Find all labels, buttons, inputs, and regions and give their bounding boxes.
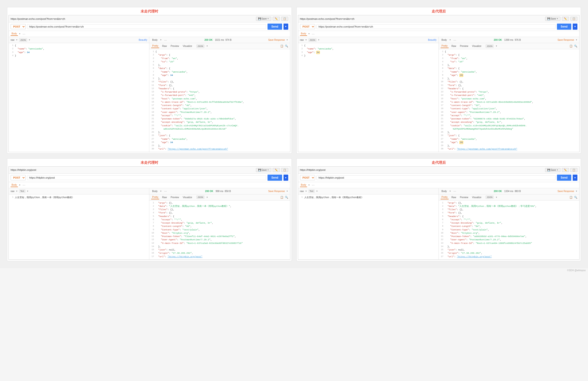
send-button-bottom-left[interactable]: Send <box>268 175 282 181</box>
save-button-bottom-right[interactable]: 💾 Save ▼ <box>545 168 560 172</box>
url-input-top-left[interactable]: https://postman-echo.com/post?from=en&to… <box>27 24 266 29</box>
raw-tab-right-bl[interactable]: Raw <box>161 196 168 199</box>
method-select-bottom-left[interactable]: POST <box>11 175 26 180</box>
pretty-tab-br[interactable]: Pretty <box>441 195 449 199</box>
pretty-tab-tr[interactable]: Pretty <box>441 44 449 48</box>
body-tab-right-tl[interactable]: Body <box>151 38 158 42</box>
address-url-bottom-right: https://httpbin.org/post <box>300 168 544 171</box>
postman-window-top-left: https://postman-echo.com/post?from=en&to… <box>8 15 290 152</box>
save-response-tl[interactable]: Save Response <box>268 39 285 41</box>
copy-icon-bl-r[interactable]: 📋 <box>280 196 284 199</box>
body-tab-bottom-right[interactable]: Body <box>300 183 307 187</box>
body-tab-bottom-left[interactable]: Body <box>11 183 18 187</box>
text-badge-left-bl[interactable]: Text <box>19 189 25 193</box>
send-dropdown-bottom-left[interactable]: ▼ <box>284 175 288 181</box>
address-bar-top-right: https://postman-echo.com/post?from=en&to… <box>298 15 580 22</box>
address-url-bottom-left: https://httpbin.org/post <box>11 168 254 171</box>
method-select-top-right[interactable]: POST <box>300 24 315 29</box>
visualize-tab-tl[interactable]: Visualize <box>182 44 193 48</box>
response-code-top-right: 1{ 2 "args": { 3 "from": "en", 4 "to": "… <box>439 49 579 152</box>
preview-tab-br[interactable]: Preview <box>459 196 469 199</box>
right-pane-header-top-right: Body ▼ ··· 200 OK 1390 ms 976 B Save Res… <box>439 37 579 43</box>
search-icon-br-r[interactable]: 🔍 <box>574 196 577 199</box>
send-dropdown-bottom-right[interactable]: ▼ <box>573 175 577 181</box>
edit-button-top-left[interactable]: ✏️ <box>273 17 280 21</box>
json-badge-right-br[interactable]: JSON <box>485 196 494 199</box>
json-badge-right-bl[interactable]: JSON <box>196 196 204 199</box>
raw-tab-right-br[interactable]: Raw <box>450 196 457 199</box>
preview-tab-tl[interactable]: Preview <box>169 44 180 48</box>
send-dropdown-top-right[interactable]: ▼ <box>573 23 577 30</box>
send-dropdown-top-left[interactable]: ▼ <box>284 23 288 30</box>
request-code-bottom-right: 1 人生苦短，我用python，我有一本《简明python教程》 <box>298 194 439 201</box>
json-badge-left-tr[interactable]: JSON <box>309 38 316 42</box>
copy-button-bottom-right[interactable]: 📋 <box>570 168 577 172</box>
json-badge-right-tl[interactable]: JSON <box>196 45 204 48</box>
section-top-right: 走代理后 https://postman-echo.com/post?from=… <box>296 7 581 154</box>
body-tab-right-br[interactable]: Body <box>441 189 448 193</box>
request-bar-top-left: POST https://postman-echo.com/post?from=… <box>9 22 290 31</box>
copy-icon-br-r[interactable]: 📋 <box>569 196 573 199</box>
visualize-tab-br[interactable]: Visualize <box>471 196 482 199</box>
method-select-top-left[interactable]: POST <box>11 24 26 29</box>
json-badge-left-tl[interactable]: JSON <box>19 38 27 42</box>
pretty-tab-tl[interactable]: Pretty <box>151 44 159 48</box>
edit-button-top-right[interactable]: ✏️ <box>562 17 569 21</box>
text-badge-left-br[interactable]: Text <box>309 189 315 193</box>
copy-icon-bl: 📋 <box>283 169 286 171</box>
visualize-tab-bl[interactable]: Visualize <box>182 196 193 199</box>
url-input-bottom-left[interactable]: https://httpbin.org/post <box>27 175 266 180</box>
beautify-btn-left-tr[interactable]: Beautify <box>428 39 437 41</box>
request-bar-bottom-right: POST https://httpbin.org/post Send ▼ <box>298 174 580 182</box>
search-icon-tl[interactable]: 🔍 <box>285 45 288 48</box>
search-icon-tr[interactable]: 🔍 <box>574 45 577 48</box>
visualize-tab-tr[interactable]: Visualize <box>471 44 482 48</box>
raw-tab-left-br[interactable]: raw <box>300 190 304 193</box>
body-tab-top-left[interactable]: Body <box>11 32 18 36</box>
save-icon-top-left: 💾 <box>258 18 261 20</box>
right-pane-header-bl: Body ▼ ··· 200 OK 998 ms 850 B Save Resp… <box>149 188 290 194</box>
edit-button-bottom-left[interactable]: ✏️ <box>273 168 280 172</box>
save-button-top-right[interactable]: 💾 Save ▼ <box>545 17 560 21</box>
request-text-bl: 人生苦短，我用python，我有一本《简明python教程》 <box>15 196 74 199</box>
search-icon-bl-r[interactable]: 🔍 <box>285 196 288 199</box>
preview-tab-bl[interactable]: Preview <box>169 196 180 199</box>
edit-button-bottom-right[interactable]: ✏️ <box>562 168 569 172</box>
url-input-top-right[interactable]: https://postman-echo.com/post?from=en&to… <box>316 24 555 29</box>
save-response-bl[interactable]: Save Response <box>268 190 285 193</box>
body-tab-right-tr[interactable]: Body <box>441 38 448 42</box>
status-badge-bl: 200 OK <box>205 190 213 193</box>
body-tab-right-bl[interactable]: Body <box>151 189 158 193</box>
save-button-bottom-left[interactable]: 💾 Save ▼ <box>256 168 271 172</box>
save-response-tr[interactable]: Save Response <box>557 39 574 41</box>
save-button-top-left[interactable]: 💾 Save ▼ <box>256 17 271 21</box>
postman-window-bottom-right: https://httpbin.org/post 💾 Save ▼ ✏️ 📋 P… <box>298 166 580 260</box>
beautify-btn-left-tl[interactable]: Beautify <box>139 39 147 41</box>
raw-tab-right-tl[interactable]: Raw <box>161 44 168 48</box>
raw-tab-left-tl[interactable]: raw <box>11 39 14 41</box>
raw-tab-right-tr[interactable]: Raw <box>450 44 457 48</box>
send-button-top-left[interactable]: Send <box>268 23 282 30</box>
url-input-bottom-right[interactable]: https://httpbin.org/post <box>316 175 555 180</box>
copy-button-top-right[interactable]: 📋 <box>570 17 577 21</box>
copy-button-top-left[interactable]: 📋 <box>281 17 288 21</box>
copy-button-bottom-left[interactable]: 📋 <box>281 168 288 172</box>
copy-icon-tr[interactable]: 📋 <box>569 45 573 48</box>
copy-icon-tl[interactable]: 📋 <box>280 45 284 48</box>
left-pane-top-right: raw ▼ JSON ▼ Beautify 1{ 2 "name": "wenx… <box>298 37 439 152</box>
body-tab-top-right[interactable]: Body <box>300 32 307 36</box>
right-pane-header-br: Body ▼ ··· 200 OK 1334 ms 883 B Save Res… <box>439 188 579 194</box>
raw-tab-left-tr[interactable]: raw <box>300 39 304 41</box>
send-button-bottom-right[interactable]: Send <box>557 175 571 181</box>
send-button-top-right[interactable]: Send <box>557 23 571 30</box>
left-pane-bottom-right: raw ▼ Text ▼ 1 人生苦短，我用python，我有一本《简明pyth… <box>298 188 439 259</box>
pane-icons-tl: 📋 🔍 <box>280 45 288 48</box>
raw-tab-left-bl[interactable]: raw <box>11 190 14 193</box>
save-response-br[interactable]: Save Response <box>557 190 574 193</box>
copy-icon-br: 📋 <box>572 169 575 171</box>
split-pane-top-right: raw ▼ JSON ▼ Beautify 1{ 2 "name": "wenx… <box>298 37 580 152</box>
preview-tab-tr[interactable]: Preview <box>459 44 469 48</box>
pretty-tab-bl[interactable]: Pretty <box>151 195 159 199</box>
method-select-bottom-right[interactable]: POST <box>300 175 315 180</box>
json-badge-right-tr[interactable]: JSON <box>485 45 494 48</box>
